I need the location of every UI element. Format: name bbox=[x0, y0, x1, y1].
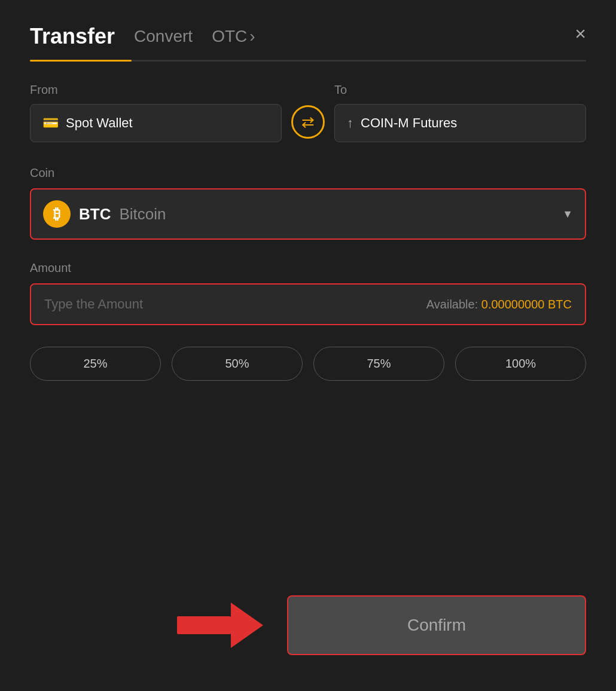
available-label: Available: bbox=[426, 298, 478, 311]
from-wallet-name: Spot Wallet bbox=[66, 115, 133, 131]
percent-buttons: 25% 50% 75% 100% bbox=[30, 347, 586, 381]
chevron-down-icon: ▼ bbox=[562, 208, 573, 221]
otc-chevron-icon: › bbox=[249, 27, 255, 46]
arrow-indicator bbox=[177, 603, 263, 648]
otc-tab[interactable]: OTC › bbox=[212, 27, 255, 46]
from-to-section: From 💳 Spot Wallet ⇄ To ↑ COIN-M Futures bbox=[30, 83, 586, 142]
transfer-tab[interactable]: Transfer bbox=[30, 24, 115, 49]
from-label: From bbox=[30, 83, 282, 97]
coin-label: Coin bbox=[30, 166, 586, 180]
tab-active-indicator bbox=[30, 60, 132, 62]
amount-label: Amount bbox=[30, 261, 586, 275]
swap-button[interactable]: ⇄ bbox=[291, 105, 325, 139]
percent-75-button[interactable]: 75% bbox=[313, 347, 444, 381]
arrow-shaft bbox=[177, 616, 231, 634]
futures-icon: ↑ bbox=[347, 115, 353, 131]
btc-symbol-icon: ₿ bbox=[53, 206, 60, 222]
close-button[interactable]: × bbox=[575, 24, 586, 43]
to-wallet-box[interactable]: ↑ COIN-M Futures bbox=[334, 104, 586, 142]
tab-underline-container bbox=[30, 60, 586, 62]
percent-25-button[interactable]: 25% bbox=[30, 347, 161, 381]
coin-selector[interactable]: ₿ BTC Bitcoin ▼ bbox=[30, 188, 586, 240]
coin-symbol: BTC bbox=[79, 205, 111, 224]
modal-header: Transfer Convert OTC › × bbox=[30, 24, 586, 49]
bottom-area: Confirm bbox=[30, 595, 586, 655]
amount-input[interactable]: Type the Amount bbox=[44, 296, 143, 312]
amount-section: Amount Type the Amount Available: 0.0000… bbox=[30, 261, 586, 325]
available-amount: 0.00000000 BTC bbox=[481, 298, 572, 311]
amount-box: Type the Amount Available: 0.00000000 BT… bbox=[30, 283, 586, 325]
wallet-icon: 💳 bbox=[42, 115, 59, 131]
convert-tab[interactable]: Convert bbox=[134, 27, 193, 46]
swap-btn-container: ⇄ bbox=[282, 105, 334, 142]
percent-100-button[interactable]: 100% bbox=[455, 347, 586, 381]
arrow-head-icon bbox=[231, 603, 263, 648]
available-text: Available: 0.00000000 BTC bbox=[426, 298, 572, 311]
otc-tab-label: OTC bbox=[212, 27, 247, 46]
from-group: From 💳 Spot Wallet bbox=[30, 83, 282, 142]
btc-icon: ₿ bbox=[43, 200, 71, 228]
to-wallet-name: COIN-M Futures bbox=[361, 115, 457, 131]
transfer-modal: Transfer Convert OTC › × From 💳 Spot Wal… bbox=[0, 0, 616, 691]
confirm-button[interactable]: Confirm bbox=[287, 595, 586, 655]
coin-full-name: Bitcoin bbox=[119, 205, 166, 224]
coin-section: Coin ₿ BTC Bitcoin ▼ bbox=[30, 166, 586, 240]
to-group: To ↑ COIN-M Futures bbox=[334, 83, 586, 142]
swap-icon: ⇄ bbox=[301, 113, 315, 132]
percent-50-button[interactable]: 50% bbox=[172, 347, 303, 381]
to-label: To bbox=[334, 83, 586, 97]
from-wallet-box[interactable]: 💳 Spot Wallet bbox=[30, 104, 282, 142]
